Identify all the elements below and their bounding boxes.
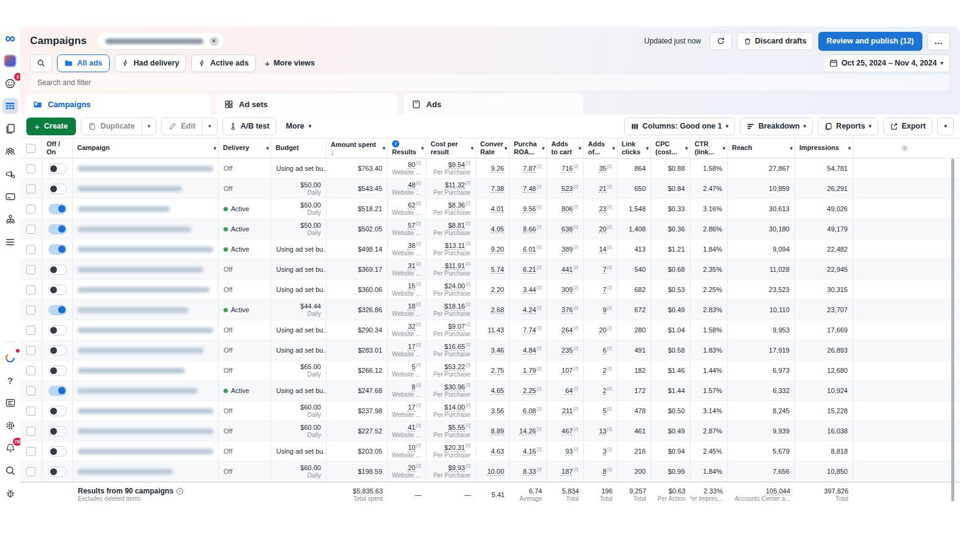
metric-link[interactable]: 2 xyxy=(603,367,606,374)
search-button[interactable] xyxy=(30,54,52,72)
campaign-name-redacted[interactable] xyxy=(78,206,170,212)
row-checkbox[interactable] xyxy=(26,366,36,375)
account-notifications-icon[interactable]: 2 xyxy=(2,75,18,91)
metric-link[interactable]: 3.44 xyxy=(523,286,536,293)
create-button[interactable]: + Create xyxy=(26,118,76,135)
metric-link[interactable]: 20 xyxy=(408,464,415,471)
campaign-toggle[interactable] xyxy=(48,406,67,416)
business-avatar[interactable] xyxy=(2,53,18,69)
col-header-budget[interactable]: Budget xyxy=(271,138,326,158)
column-menu-caret-icon[interactable]: ▾ xyxy=(421,145,424,151)
column-menu-caret-icon[interactable]: ▾ xyxy=(214,145,216,151)
metric-link[interactable]: 9.20 xyxy=(491,246,504,253)
metric-link[interactable]: $20.31 xyxy=(445,444,466,451)
filter-had-delivery[interactable]: Had delivery xyxy=(115,54,186,72)
metric-link[interactable]: 376 xyxy=(562,306,573,313)
search-and-filter-input[interactable]: Search and filter xyxy=(30,75,950,91)
campaign-name-redacted[interactable] xyxy=(78,368,185,373)
export-button[interactable]: Export xyxy=(883,118,933,135)
metric-link[interactable]: 9.56 xyxy=(523,205,536,212)
column-menu-caret-icon[interactable]: ▾ xyxy=(383,145,385,151)
row-checkbox[interactable] xyxy=(26,386,36,395)
row-checkbox[interactable] xyxy=(26,407,36,416)
metric-link[interactable]: 3.56 xyxy=(491,407,504,414)
metric-link[interactable]: 7 xyxy=(603,266,606,273)
metric-link[interactable]: 107 xyxy=(562,367,573,374)
edit-button[interactable]: Edit xyxy=(162,118,202,135)
metric-link[interactable]: 7 xyxy=(603,286,606,293)
edit-caret[interactable]: ▾ xyxy=(202,118,217,135)
sidebar-item-all-tools[interactable] xyxy=(2,234,18,250)
metric-link[interactable]: 2.75 xyxy=(491,367,504,374)
metric-link[interactable]: 7.87 xyxy=(523,165,536,172)
account-selector[interactable]: ✕ xyxy=(97,33,224,49)
tab-ads[interactable]: Ads xyxy=(404,94,583,114)
help-icon[interactable]: ? xyxy=(2,372,18,388)
col-header-on[interactable]: Off / On xyxy=(42,138,73,158)
campaign-name-redacted[interactable] xyxy=(78,328,213,333)
metric-link[interactable]: 4.05 xyxy=(491,225,504,233)
updates-icon[interactable] xyxy=(2,350,18,365)
export-caret-button[interactable]: ▾ xyxy=(937,118,954,135)
metric-link[interactable]: $13.11 xyxy=(445,242,465,249)
metric-link[interactable]: 4.84 xyxy=(523,347,536,354)
metric-link[interactable]: 62 xyxy=(408,201,415,209)
notifications-bell-icon[interactable]: 78 xyxy=(2,440,18,456)
metric-link[interactable]: 10.00 xyxy=(487,468,504,475)
metric-link[interactable]: 17 xyxy=(408,403,415,411)
metric-link[interactable]: 17 xyxy=(408,343,415,350)
metric-link[interactable]: 6 xyxy=(603,347,606,354)
col-header-ctr[interactable]: CTR (link...▾ xyxy=(690,138,728,158)
column-menu-caret-icon[interactable]: ▾ xyxy=(266,145,269,151)
metric-link[interactable]: 264 xyxy=(562,326,573,334)
row-checkbox[interactable] xyxy=(26,285,36,294)
campaign-name-redacted[interactable] xyxy=(78,186,182,192)
metric-link[interactable]: 5 xyxy=(603,407,606,414)
metric-link[interactable]: 15 xyxy=(408,282,415,290)
row-checkbox[interactable] xyxy=(26,245,36,254)
campaign-name-redacted[interactable] xyxy=(78,247,213,252)
metric-link[interactable]: 48 xyxy=(408,181,415,189)
tab-ad-sets[interactable]: Ad sets xyxy=(216,94,398,114)
metric-link[interactable]: 18 xyxy=(408,302,415,310)
metric-link[interactable]: $18.16 xyxy=(445,302,466,310)
row-checkbox[interactable] xyxy=(26,204,36,214)
metric-link[interactable]: $53.22 xyxy=(445,363,466,370)
metric-link[interactable]: 21 xyxy=(599,185,606,192)
metric-link[interactable]: $9.93 xyxy=(448,464,466,471)
metric-link[interactable]: 23 xyxy=(599,205,606,212)
more-options-button[interactable]: … xyxy=(927,32,950,50)
metric-link[interactable]: 187 xyxy=(562,468,573,475)
metric-link[interactable]: 638 xyxy=(562,225,573,233)
col-header-roas[interactable]: Purcha ROA...▾ xyxy=(510,138,547,158)
metric-link[interactable]: 20 xyxy=(599,225,606,233)
ab-test-button[interactable]: A/B test xyxy=(222,118,276,135)
metric-link[interactable]: 7.48 xyxy=(523,185,536,192)
metric-link[interactable]: 32 xyxy=(408,323,415,330)
col-header-clicks[interactable]: Link clicks▾ xyxy=(617,138,651,158)
campaign-toggle[interactable] xyxy=(48,244,67,255)
metric-link[interactable]: 467 xyxy=(562,427,573,435)
campaign-name-redacted[interactable] xyxy=(78,348,203,353)
metric-link[interactable]: 8 xyxy=(412,383,415,391)
metric-link[interactable]: 309 xyxy=(562,286,573,293)
campaign-toggle[interactable] xyxy=(48,426,67,437)
review-publish-button[interactable]: Review and publish (12) xyxy=(818,32,922,51)
row-checkbox[interactable] xyxy=(26,447,36,456)
metric-link[interactable]: 20 xyxy=(599,326,606,334)
sidebar-item-audiences[interactable] xyxy=(2,143,18,159)
sidebar-item-advertise[interactable] xyxy=(2,166,18,182)
campaign-toggle[interactable] xyxy=(48,285,67,295)
metric-link[interactable]: 2.20 xyxy=(491,286,504,293)
settings-gear-icon[interactable] xyxy=(2,418,18,433)
metric-link[interactable]: 8.66 xyxy=(523,225,536,233)
column-menu-caret-icon[interactable]: ▾ xyxy=(685,145,688,151)
close-icon[interactable]: ✕ xyxy=(209,37,219,46)
metric-link[interactable]: $5.55 xyxy=(448,424,466,431)
campaign-toggle[interactable] xyxy=(48,204,67,214)
metric-link[interactable]: 14 xyxy=(599,246,606,253)
metric-link[interactable]: 105,044 xyxy=(766,487,790,495)
campaign-toggle[interactable] xyxy=(48,446,67,457)
metric-link[interactable]: 38 xyxy=(408,242,415,249)
campaign-name-redacted[interactable] xyxy=(78,449,213,454)
